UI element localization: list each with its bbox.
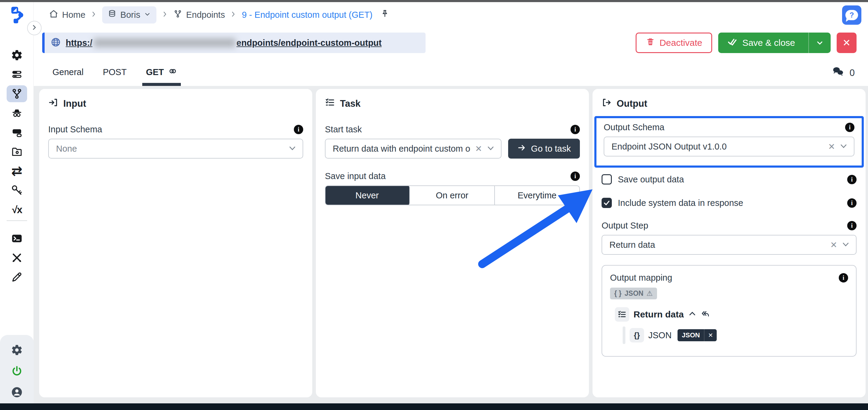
pencil-icon: [10, 271, 23, 283]
url-suffix: endpoints/endpoint-custom-output: [237, 38, 382, 48]
save-close-button[interactable]: Save & close: [718, 33, 831, 53]
tabs: General POST GET 0: [34, 58, 868, 86]
breadcrumb-project-label: Boris: [120, 10, 140, 20]
breadcrumb-home-label: Home: [62, 10, 85, 20]
breadcrumb-current[interactable]: 9 - Endpoint custom output (GET): [242, 10, 373, 20]
chevron-down-icon: [839, 142, 848, 151]
sidebar-item-design-tools[interactable]: [0, 248, 34, 267]
breadcrumb-endpoints[interactable]: Endpoints: [173, 9, 225, 21]
chip-remove-icon[interactable]: ✕: [704, 329, 717, 341]
sidebar: ⇄ √x: [0, 2, 34, 403]
chevron-up-icon[interactable]: [688, 310, 696, 319]
sidebar-item-endpoints[interactable]: [0, 84, 34, 104]
url-accent-bar: [42, 33, 44, 53]
comments-count: 0: [849, 67, 855, 78]
sidebar-item-console[interactable]: [0, 229, 34, 248]
include-system-data-row[interactable]: Include system data in response i: [601, 198, 857, 208]
tag-panels-icon: [10, 126, 23, 139]
sidebar-item-labels[interactable]: [0, 123, 34, 142]
chip-json-label: JSON: [678, 329, 704, 341]
help-bubble-icon: ?: [845, 10, 858, 20]
info-icon[interactable]: i: [847, 221, 857, 230]
help-chat-button[interactable]: ?: [842, 5, 861, 25]
deactivate-label: Deactivate: [659, 38, 702, 48]
breadcrumb-project-selector[interactable]: Boris: [102, 6, 156, 24]
output-step-select[interactable]: Return data ✕: [601, 235, 857, 255]
output-step-value: Return data: [610, 240, 826, 250]
sidebar-item-account[interactable]: [0, 386, 34, 399]
start-task-value: Return data with endpoint custom outp: [333, 144, 471, 154]
sidebar-item-formulas[interactable]: √x: [0, 200, 34, 219]
clear-icon[interactable]: ✕: [475, 144, 482, 154]
sidebar-item-settings[interactable]: [0, 46, 34, 65]
power-icon: [10, 365, 23, 377]
chevron-right-icon: [30, 24, 38, 33]
reply-all-icon[interactable]: [701, 309, 710, 320]
include-system-data-checkbox[interactable]: [601, 198, 612, 208]
clear-icon[interactable]: ✕: [830, 240, 837, 250]
sidebar-item-tasks[interactable]: [0, 65, 34, 84]
content-area: Input Input Schema i None Task Sta: [34, 86, 868, 403]
endpoint-url-bar[interactable]: https:/ endpoints/endpoint-custom-output: [42, 33, 426, 53]
segment-never-label: Never: [355, 191, 378, 201]
link-icon: [168, 67, 177, 78]
mapping-child-row[interactable]: {} JSON JSON ✕: [623, 326, 848, 344]
mapping-type-badge[interactable]: { } JSON ⚠: [610, 288, 657, 299]
close-button[interactable]: ✕: [837, 33, 857, 53]
sidebar-item-preferences[interactable]: [0, 343, 34, 357]
include-system-data-label: Include system data in response: [618, 198, 841, 208]
save-options-caret[interactable]: [808, 33, 831, 53]
save-output-data-row[interactable]: Save output data i: [601, 174, 857, 184]
spy-icon: [10, 107, 23, 119]
info-icon[interactable]: i: [570, 125, 580, 134]
segment-everytime[interactable]: Everytime: [495, 186, 579, 205]
info-icon[interactable]: i: [847, 198, 857, 208]
tab-general[interactable]: General: [49, 58, 87, 86]
output-step-label: Output Step: [601, 221, 847, 231]
segment-on-error[interactable]: On error: [410, 186, 495, 205]
start-task-select[interactable]: Return data with endpoint custom outp ✕: [325, 139, 501, 158]
tab-post[interactable]: POST: [99, 58, 130, 86]
sidebar-item-transfers[interactable]: ⇄: [0, 161, 34, 181]
url-redacted-segment: [94, 38, 236, 47]
save-close-main[interactable]: Save & close: [718, 33, 804, 53]
gear-icon: [10, 49, 23, 61]
segment-on-error-label: On error: [436, 191, 468, 201]
task-panel: Task Start task i Return data with endpo…: [316, 89, 589, 397]
input-icon: [48, 97, 59, 110]
sidebar-nav-tools: [0, 229, 34, 287]
chevron-separator-icon: [161, 10, 168, 20]
chevron-separator-icon: [90, 10, 97, 20]
info-icon[interactable]: i: [847, 175, 857, 184]
save-output-checkbox[interactable]: [601, 174, 612, 184]
output-schema-select[interactable]: Endpoint JSON Output v1.0.0 ✕: [604, 137, 855, 156]
go-to-task-button[interactable]: Go to task: [508, 139, 580, 158]
endpoint-url-link[interactable]: https:/ endpoints/endpoint-custom-output: [66, 38, 381, 48]
sidebar-expand-button[interactable]: [27, 21, 41, 35]
clear-icon[interactable]: ✕: [828, 142, 835, 152]
tab-get[interactable]: GET: [142, 58, 181, 86]
info-icon[interactable]: i: [294, 125, 303, 134]
sidebar-item-agents[interactable]: [0, 104, 34, 123]
sidebar-item-edit[interactable]: [0, 267, 34, 287]
deactivate-button[interactable]: Deactivate: [636, 33, 712, 53]
sidebar-item-logout[interactable]: [0, 364, 34, 378]
mapping-node-row[interactable]: Return data: [615, 307, 848, 322]
breadcrumb-home[interactable]: Home: [49, 9, 85, 21]
sidebar-item-project-files[interactable]: [0, 142, 34, 161]
mapping-child-chip[interactable]: JSON ✕: [678, 329, 717, 341]
output-mapping-label: Output mapping: [610, 273, 839, 283]
comments-counter[interactable]: 0: [832, 58, 855, 86]
user-icon: [10, 386, 23, 399]
info-icon[interactable]: i: [570, 172, 580, 181]
url-prefix: https:/: [66, 38, 93, 48]
output-schema-label: Output Schema: [604, 122, 845, 133]
input-schema-select[interactable]: None: [48, 139, 303, 158]
pin-icon[interactable]: [380, 9, 390, 21]
app-logo[interactable]: [9, 6, 27, 24]
info-icon[interactable]: i: [845, 123, 855, 132]
info-icon[interactable]: i: [839, 273, 848, 283]
breadcrumb: Home Boris Endpoints 9 - Endpoint custom…: [34, 2, 868, 27]
segment-never[interactable]: Never: [325, 185, 410, 205]
sidebar-item-keys[interactable]: [0, 181, 34, 200]
